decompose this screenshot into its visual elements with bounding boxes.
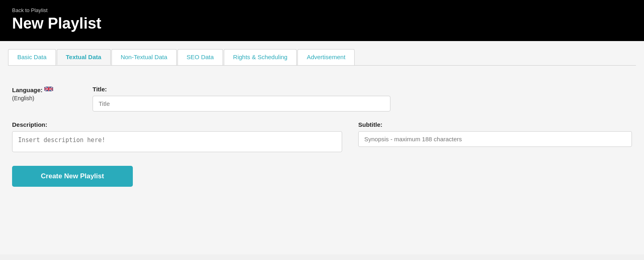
title-label: Title: (93, 86, 632, 93)
tab-non-textual-data[interactable]: Non-Textual Data (111, 49, 177, 65)
language-label: Language: (12, 86, 76, 93)
main-content: Basic Data Textual Data Non-Textual Data… (0, 41, 644, 254)
tab-rights-scheduling[interactable]: Rights & Scheduling (224, 49, 297, 65)
description-group: Description: (12, 121, 342, 152)
tab-seo-data[interactable]: SEO Data (178, 49, 223, 65)
tab-bar: Basic Data Textual Data Non-Textual Data… (8, 49, 636, 66)
back-link[interactable]: Back to Playlist (12, 7, 632, 13)
language-group: Language: (English) (12, 86, 76, 101)
description-textarea[interactable] (12, 131, 342, 152)
subtitle-input[interactable] (358, 131, 632, 147)
page-title: New Playlist (12, 15, 632, 32)
title-input[interactable] (93, 96, 390, 111)
description-label: Description: (12, 121, 342, 128)
subtitle-group: Subtitle: (358, 121, 632, 147)
row-description-subtitle: Description: Subtitle: (12, 121, 632, 152)
page-header: Back to Playlist New Playlist (0, 0, 644, 41)
tab-textual-data[interactable]: Textual Data (57, 49, 111, 65)
tab-basic-data[interactable]: Basic Data (8, 49, 56, 65)
language-value: (English) (12, 95, 76, 101)
subtitle-label: Subtitle: (358, 121, 632, 128)
uk-flag-icon (44, 87, 53, 93)
create-playlist-button[interactable]: Create New Playlist (12, 166, 133, 187)
row-language-title: Language: (English) Ti (12, 86, 632, 111)
form-area: Language: (English) Ti (8, 78, 636, 195)
tab-advertisement[interactable]: Advertisement (297, 49, 355, 65)
title-group: Title: (93, 86, 632, 111)
